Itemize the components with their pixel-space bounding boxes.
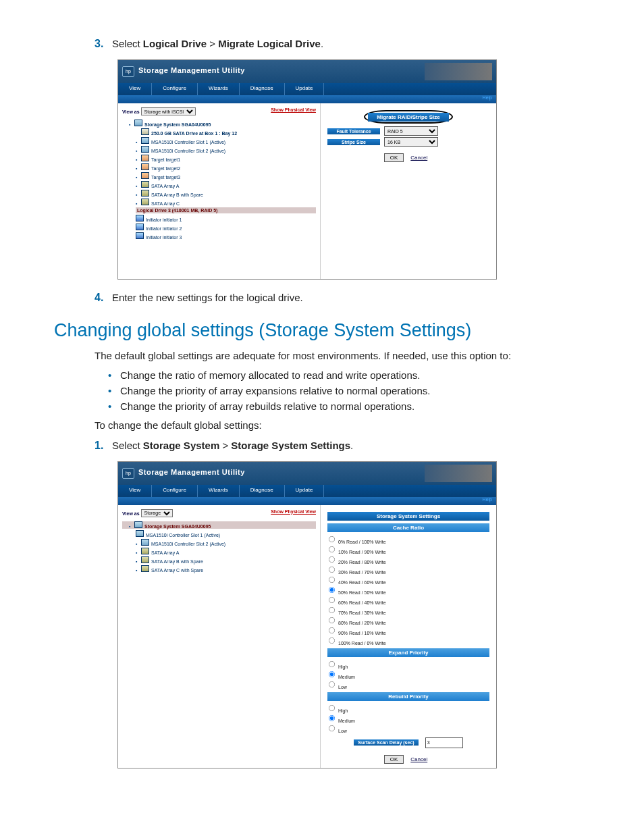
hp-logo-icon: hp <box>122 468 134 479</box>
menu-update[interactable]: Update <box>285 83 325 95</box>
radio-option[interactable]: Medium <box>327 714 489 723</box>
fault-tolerance-label: Fault Tolerance <box>327 128 380 134</box>
ok-button[interactable]: OK <box>384 153 404 162</box>
tree-array-b[interactable]: ▪SATA Array B with Spare <box>122 556 316 564</box>
step-1: 1. Select Storage System > Storage Syste… <box>95 440 590 452</box>
radio-option[interactable]: 20% Read / 80% Write <box>327 555 489 565</box>
expand-priority-title: Expand Priority <box>327 648 489 657</box>
ok-button[interactable]: OK <box>384 755 404 764</box>
radio-option[interactable]: 80% Read / 20% Write <box>327 616 489 625</box>
menu-configure[interactable]: Configure <box>152 485 198 497</box>
menubar: View Configure Wizards Diagnose Update <box>118 83 496 95</box>
step-text: Select Storage System > Storage System S… <box>112 440 590 451</box>
bullet-item: Change the priority of array expansions … <box>108 385 590 396</box>
step-text: Enter the new settings for the logical d… <box>112 292 590 303</box>
tree-array-c[interactable]: ▪SATA Array C with Spare <box>122 565 316 573</box>
step-4: 4. Enter the new settings for the logica… <box>95 292 590 304</box>
tree-initiator3[interactable]: Initiator initiator 3 <box>122 232 316 240</box>
app-title: Storage Management Utility <box>138 468 245 476</box>
radio-option[interactable]: 100% Read / 0% Write <box>327 636 489 646</box>
cache-ratio-title: Cache Ratio <box>327 523 489 532</box>
help-link[interactable]: Help <box>483 497 492 502</box>
tree-target3[interactable]: ▪Target target3 <box>122 172 316 180</box>
app-title: Storage Management Utility <box>138 66 245 74</box>
tree-ctrl1[interactable]: MSA1510i Controller Slot 1 (Active) <box>122 530 316 538</box>
bullet-list: Change the ratio of memory allocated to … <box>108 369 590 412</box>
radio-option[interactable]: High <box>327 660 489 669</box>
surface-scan-input[interactable] <box>425 737 463 748</box>
tree-ctrl2[interactable]: ▪MSA1510i Controller Slot 2 (Active) <box>122 146 316 153</box>
surface-scan-label: Surface Scan Delay (sec) <box>354 739 418 746</box>
cancel-button[interactable]: Cancel <box>405 154 433 161</box>
tree-root-selected[interactable]: ▪Storage System SGA04U0095 <box>122 521 316 529</box>
menu-wizards[interactable]: Wizards <box>198 83 240 95</box>
menu-update[interactable]: Update <box>285 485 325 497</box>
viewas-select[interactable]: Storage <box>141 509 173 517</box>
tree-target2[interactable]: ▪Target target2 <box>122 163 316 171</box>
lead-paragraph: To change the default global settings: <box>95 419 590 432</box>
tree-ctrl2[interactable]: ▪MSA1510i Controller Slot 2 (Active) <box>122 539 316 546</box>
radio-option[interactable]: High <box>327 704 489 713</box>
fault-tolerance-select[interactable]: RAID 5 <box>384 126 438 136</box>
stripe-size-label: Stripe Size <box>327 139 380 145</box>
settings-section-title: Storage System Settings <box>327 512 489 521</box>
radio-option[interactable]: 10% Read / 90% Write <box>327 545 489 554</box>
tree-initiator2[interactable]: Initiator initiator 2 <box>122 224 316 231</box>
bullet-item: Change the priority of array rebuilds re… <box>108 400 590 412</box>
step-number: 1. <box>95 440 112 452</box>
menubar: View Configure Wizards Diagnose Update <box>118 485 496 497</box>
screenshot-global-settings: hpStorage Management Utility View Config… <box>117 461 497 768</box>
radio-option[interactable]: 70% Read / 30% Write <box>327 606 489 615</box>
section-heading: Changing global settings (Storage System… <box>54 320 590 341</box>
viewas-label: View as <box>122 109 140 114</box>
viewas-select[interactable]: Storage with iSCSI <box>141 107 196 115</box>
header-image <box>425 63 492 80</box>
tree-array-c[interactable]: ▪SATA Array C <box>122 199 316 206</box>
tree-drive[interactable]: 250.0 GB SATA Drive at Box 1 : Bay 12 <box>122 128 316 136</box>
radio-option[interactable]: 40% Read / 60% Write <box>327 575 489 585</box>
radio-option[interactable]: Low <box>327 724 489 733</box>
radio-option[interactable]: Low <box>327 680 489 689</box>
tree-array-b[interactable]: ▪SATA Array B with Spare <box>122 190 316 197</box>
help-link[interactable]: Help <box>483 95 492 100</box>
detail-pane: Migrate RAID/Stripe Size Fault Tolerance… <box>321 103 496 279</box>
radio-option[interactable]: 60% Read / 40% Write <box>327 596 489 605</box>
help-bar: Help <box>118 497 496 505</box>
header-image <box>425 465 492 482</box>
tree-target1[interactable]: ▪Target target1 <box>122 155 316 162</box>
screenshot-migrate: hpStorage Management Utility View Config… <box>117 59 497 280</box>
tree-array-a[interactable]: ▪SATA Array A <box>122 548 316 555</box>
nav-tree-pane: View as Storage Show Physical View ▪Stor… <box>118 505 321 768</box>
step-number: 3. <box>95 38 112 50</box>
radio-option[interactable]: Medium <box>327 670 489 679</box>
menu-configure[interactable]: Configure <box>152 83 198 95</box>
show-physical-link[interactable]: Show Physical View <box>271 509 316 514</box>
cache-ratio-radios: 0% Read / 100% Write10% Read / 90% Write… <box>327 535 489 646</box>
tree-initiator1[interactable]: Initiator initiator 1 <box>122 215 316 222</box>
menu-view[interactable]: View <box>118 485 152 497</box>
tree-array-a[interactable]: ▪SATA Array A <box>122 181 316 188</box>
radio-option[interactable]: 90% Read / 10% Write <box>327 626 489 635</box>
show-physical-link[interactable]: Show Physical View <box>271 107 316 112</box>
menu-wizards[interactable]: Wizards <box>198 485 240 497</box>
stripe-size-select[interactable]: 16 KB <box>384 137 438 147</box>
help-bar: Help <box>118 95 496 103</box>
hp-logo-icon: hp <box>122 66 134 77</box>
menu-diagnose[interactable]: Diagnose <box>240 83 285 95</box>
menu-diagnose[interactable]: Diagnose <box>240 485 285 497</box>
expand-priority-radios: HighMediumLow <box>327 660 489 689</box>
tree-root[interactable]: ▪Storage System SGA04U0095 <box>122 120 316 127</box>
radio-option[interactable]: 50% Read / 50% Write <box>327 585 489 595</box>
tree-logical-drive-selected[interactable]: Logical Drive 3 (410001 MB, RAID 5) <box>136 207 316 213</box>
radio-option[interactable]: 30% Read / 70% Write <box>327 565 489 575</box>
intro-paragraph: The default global settings are adequate… <box>95 349 590 363</box>
cancel-button[interactable]: Cancel <box>405 756 433 763</box>
step-text: Select Logical Drive > Migrate Logical D… <box>112 38 590 49</box>
nav-tree-pane: View as Storage with iSCSI Show Physical… <box>118 103 321 279</box>
tree-ctrl1[interactable]: ▪MSA1510i Controller Slot 1 (Active) <box>122 137 316 145</box>
bullet-item: Change the ratio of memory allocated to … <box>108 369 590 381</box>
menu-view[interactable]: View <box>118 83 152 95</box>
migrate-title-highlight: Migrate RAID/Stripe Size <box>364 110 453 124</box>
radio-option[interactable]: 0% Read / 100% Write <box>327 535 489 544</box>
app-header: hpStorage Management Utility <box>118 60 496 83</box>
